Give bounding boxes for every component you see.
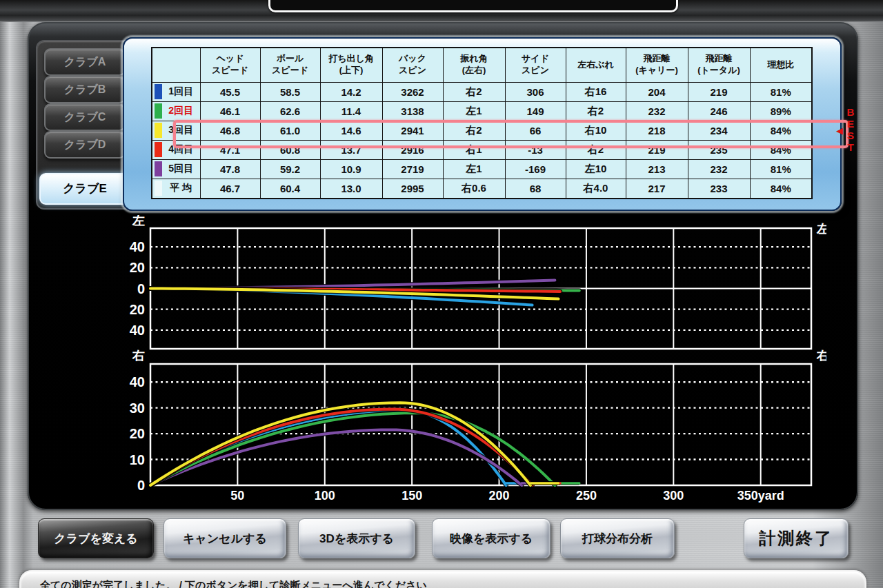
table-cell: 58.5 <box>260 82 320 101</box>
table-cell: 59.2 <box>260 159 320 179</box>
table-cell: 60.4 <box>260 179 320 198</box>
svg-text:100: 100 <box>315 489 335 503</box>
column-header: サイドスピン <box>505 48 566 82</box>
table-cell: 204 <box>626 82 688 101</box>
table-cell: 右2 <box>566 101 626 121</box>
table-cell: 47.1 <box>200 140 260 159</box>
shot-distribution-button[interactable]: 打球分布分析 <box>560 518 675 558</box>
column-header: バックスピン <box>382 48 443 82</box>
svg-text:250: 250 <box>576 489 597 503</box>
show-3d-button[interactable]: 3Dを表示する <box>298 518 415 558</box>
table-cell: 233 <box>688 179 750 198</box>
table-cell: 右2 <box>443 82 505 101</box>
table-cell: -169 <box>505 159 566 179</box>
row-label: 2回目 <box>162 105 200 117</box>
row-label: 5回目 <box>162 163 200 175</box>
row-label: 1回目 <box>162 85 200 98</box>
table-cell: 14.6 <box>320 121 382 140</box>
cancel-button[interactable]: キャンセルする <box>163 518 286 558</box>
svg-text:200: 200 <box>489 489 510 503</box>
end-measurement-button[interactable]: 計測終了 <box>744 518 849 558</box>
column-header: ボールスピード <box>260 48 320 82</box>
table-cell: 2995 <box>382 179 443 198</box>
launch-monitor-screen: クラブAクラブBクラブCクラブDクラブE ヘッドスピードボールスピード打ち出し角… <box>0 0 883 588</box>
table-row: 5回目47.859.210.92719左1-169左1021323281% <box>152 159 812 179</box>
row-label: 4回目 <box>162 143 200 156</box>
table-cell: 45.5 <box>200 82 260 101</box>
table-cell: 306 <box>505 82 566 101</box>
svg-text:20: 20 <box>130 426 145 441</box>
svg-text:40: 40 <box>130 239 145 254</box>
table-cell: 232 <box>626 101 688 121</box>
show-video-button[interactable]: 映像を表示する <box>432 518 550 558</box>
table-cell: 2916 <box>382 140 443 159</box>
row-color-swatch <box>155 84 162 99</box>
svg-text:左: 左 <box>816 222 826 236</box>
column-header: ヘッドスピード <box>200 48 260 82</box>
table-cell: 右1 <box>443 140 505 159</box>
table-cell: 左10 <box>566 159 626 179</box>
tab-club-b[interactable]: クラブB <box>44 76 126 103</box>
row-label: 3回目 <box>162 124 200 136</box>
table-cell: 218 <box>626 121 688 140</box>
table-cell: 232 <box>688 159 750 179</box>
table-cell: 60.8 <box>260 140 320 159</box>
svg-text:10: 10 <box>130 452 145 467</box>
table-cell: 235 <box>688 140 750 159</box>
table-cell: 右4.0 <box>566 179 626 198</box>
table-cell: 左1 <box>443 101 505 121</box>
row-color-swatch <box>155 161 162 176</box>
table-cell: 246 <box>688 101 750 121</box>
table-row-best: 2回目46.162.611.43138左1149右223224689% <box>152 101 812 121</box>
top-bar <box>0 0 883 22</box>
tab-club-a[interactable]: クラブA <box>44 48 126 76</box>
change-club-button[interactable]: クラブを変える <box>38 518 154 558</box>
table-cell: 13.0 <box>320 179 382 198</box>
table-row: 平 均46.760.413.02995右0.668右4.021723384% <box>152 179 812 198</box>
column-header: 飛距離(トータル) <box>688 48 750 82</box>
table-cell: 11.4 <box>320 101 382 121</box>
table-cell: 84% <box>750 140 812 159</box>
svg-text:50: 50 <box>230 489 244 503</box>
table-cell: 213 <box>626 159 688 179</box>
tab-club-d[interactable]: クラブD <box>44 131 126 159</box>
table-cell: 46.8 <box>200 121 260 140</box>
table-cell: 14.2 <box>320 82 382 101</box>
row-label: 平 均 <box>162 182 200 194</box>
table-cell: 左1 <box>443 159 505 179</box>
svg-text:0: 0 <box>137 281 145 296</box>
row-color-swatch <box>155 123 162 138</box>
column-header: 振れ角(左右) <box>443 48 505 82</box>
table-cell: 81% <box>750 82 812 101</box>
column-header: 飛距離(キャリー) <box>626 48 688 82</box>
status-bar: 全ての測定が完了しました。 / 下のボタンを押して診断メニューへ進んでください <box>19 570 866 588</box>
table-cell: 84% <box>750 179 812 198</box>
table-row: 1回目45.558.514.23262右2306右1620421981% <box>152 82 812 101</box>
table-cell: 149 <box>505 101 566 121</box>
tab-club-e[interactable]: クラブE <box>39 173 130 205</box>
table-row: 3回目46.861.014.62941右266右1021823484% <box>152 121 812 140</box>
table-cell: 右2 <box>566 140 626 159</box>
svg-text:20: 20 <box>130 302 145 317</box>
svg-text:350yard: 350yard <box>737 489 784 503</box>
results-table-panel: ヘッドスピードボールスピード打ち出し角(上下)バックスピン振れ角(左右)サイドス… <box>123 37 842 211</box>
table-cell: 62.6 <box>260 101 320 121</box>
trajectory-chart: 50100150200250300350yard403020100 <box>123 353 826 515</box>
table-cell: -13 <box>505 140 566 159</box>
row-color-swatch <box>155 181 162 196</box>
table-cell: 46.1 <box>200 101 260 121</box>
table-cell: 46.7 <box>200 179 260 198</box>
tab-club-c[interactable]: クラブC <box>44 103 126 131</box>
table-cell: 84% <box>750 121 812 140</box>
column-header <box>152 48 200 82</box>
svg-text:20: 20 <box>130 260 145 275</box>
table-cell: 89% <box>750 101 812 121</box>
shot-results-table: ヘッドスピードボールスピード打ち出し角(上下)バックスピン振れ角(左右)サイドス… <box>151 47 813 199</box>
svg-text:0: 0 <box>137 478 145 493</box>
best-arrow-icon: ◀ <box>836 125 843 136</box>
table-row: 4回目47.160.813.72916右1-13右221923584% <box>152 140 812 159</box>
table-cell: 61.0 <box>260 121 320 140</box>
svg-text:150: 150 <box>401 489 422 503</box>
table-cell: 47.8 <box>200 159 260 179</box>
table-cell: 219 <box>688 82 750 101</box>
